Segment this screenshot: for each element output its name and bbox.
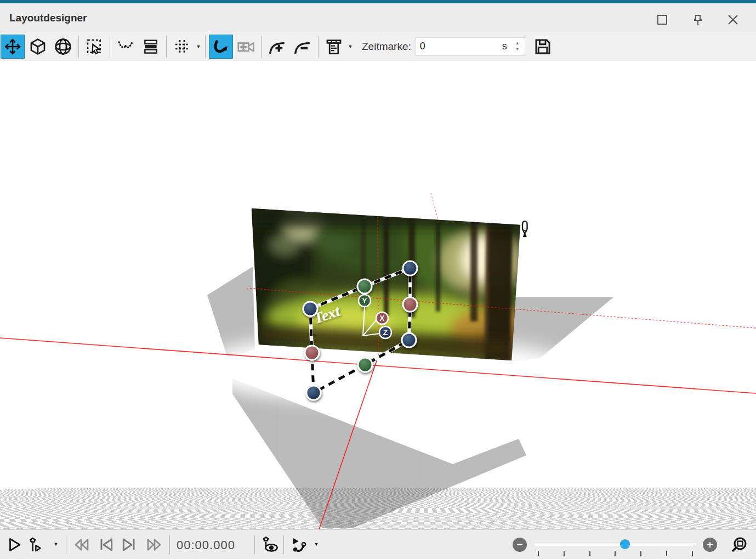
handle-top-mid[interactable] (357, 279, 372, 293)
zoom-out-button[interactable]: − (513, 538, 527, 552)
select-tool-button[interactable] (82, 35, 106, 59)
handle-right-mid[interactable] (403, 297, 417, 312)
motion-path-caret[interactable]: ▼ (312, 541, 320, 547)
transport-separator (169, 535, 170, 554)
keyframe-remove-icon (293, 37, 312, 56)
table-icon (325, 37, 343, 56)
remove-keyframe-button[interactable] (291, 35, 315, 59)
grid-button[interactable] (170, 35, 194, 59)
pin-icon (692, 14, 704, 26)
slider-tick (538, 551, 539, 556)
grid-dropdown-caret[interactable]: ▼ (195, 44, 202, 49)
motion-path-button[interactable] (288, 534, 310, 556)
cube-3d-icon (29, 38, 47, 55)
marker-eye-icon (262, 536, 279, 554)
camera-move-button[interactable] (234, 35, 258, 59)
toolbar-separator (318, 36, 319, 58)
handle-corner-bottom-left[interactable] (306, 386, 321, 400)
svg-text:Y: Y (362, 296, 367, 305)
gizmo-y-handle[interactable]: Y (359, 295, 371, 307)
grid-icon (173, 38, 191, 55)
magnifier-fit-icon (730, 536, 748, 554)
save-icon (533, 37, 552, 56)
layers-button[interactable] (139, 35, 163, 59)
slider-tick (589, 551, 590, 556)
slider-tick (692, 551, 693, 556)
spin-up-icon[interactable]: ▲ (515, 41, 520, 46)
skip-back-icon (72, 536, 90, 554)
main-toolbar: ▼ (0, 32, 756, 61)
play-button[interactable] (3, 534, 25, 556)
add-keyframe-button[interactable] (265, 35, 289, 59)
next-frame-button[interactable] (118, 534, 140, 556)
handle-bottom-mid[interactable] (358, 358, 372, 372)
maximize-button[interactable] (655, 12, 670, 27)
s-curve-icon (212, 37, 230, 56)
toolbar-separator (166, 36, 167, 58)
cube-3d-button[interactable] (26, 35, 50, 59)
handle-corner-top-right[interactable] (403, 261, 417, 275)
keyframe-add-icon (268, 37, 287, 56)
skip-end-button[interactable] (144, 534, 166, 556)
svg-text:X: X (379, 314, 385, 323)
zoom-slider-thumb[interactable] (620, 539, 630, 549)
play-from-marker-icon (28, 537, 44, 553)
time-display: 00:00.000 (177, 538, 235, 552)
toolbar-separator (78, 36, 79, 58)
zeitmarke-unit: s (502, 41, 510, 52)
slider-tick (666, 551, 667, 556)
handle-left-mid[interactable] (305, 346, 319, 360)
transport-separator (254, 535, 255, 554)
save-button[interactable] (531, 35, 555, 59)
next-frame-icon (121, 536, 138, 554)
keyframe-table-button[interactable] (322, 35, 346, 59)
zoom-fit-button[interactable] (728, 534, 750, 556)
fast-forward-icon (146, 536, 163, 554)
gizmo-x-handle[interactable]: X (376, 312, 388, 324)
transport-separator (283, 535, 284, 554)
zeitmarke-field: s ▲ ▼ (416, 37, 525, 56)
table-dropdown-caret[interactable]: ▼ (346, 44, 354, 49)
move-icon (4, 38, 21, 55)
move-tool-button[interactable] (1, 35, 25, 59)
play-options-caret[interactable]: ▼ (52, 541, 60, 547)
handle-corner-bottom-right[interactable] (402, 333, 416, 347)
show-at-marker-button[interactable] (259, 534, 281, 556)
transport-separator (66, 535, 66, 554)
toolbar-separator (205, 36, 206, 58)
gizmo-z-handle[interactable]: Z (379, 326, 391, 338)
slider-tick (640, 551, 641, 556)
curve-points-button[interactable] (113, 35, 138, 59)
toolbar-separator (110, 36, 110, 58)
play-icon (6, 537, 22, 553)
titlebar: Layoutdesigner (0, 0, 756, 32)
select-rect-icon (86, 38, 103, 55)
zoom-slider-track[interactable] (533, 542, 697, 546)
motion-path-icon (291, 536, 308, 554)
globe-button[interactable] (51, 35, 75, 59)
play-from-marker-button[interactable] (25, 534, 47, 556)
zeitmarke-spinner[interactable]: ▲ ▼ (510, 38, 525, 55)
curve-points-icon (117, 38, 134, 55)
svg-text:Z: Z (383, 328, 388, 337)
scene-overlay: Y X Z Text (0, 61, 756, 529)
slider-tick (615, 551, 616, 556)
spin-down-icon[interactable]: ▼ (515, 47, 520, 52)
pin-button[interactable] (690, 12, 706, 27)
maximize-icon (657, 14, 668, 25)
close-icon (727, 14, 739, 26)
layout-3d-viewport[interactable]: Y X Z Text (0, 61, 756, 529)
layoutdesigner-window: Layoutdesigner (0, 0, 756, 559)
close-button[interactable] (725, 12, 741, 27)
window-title: Layoutdesigner (9, 12, 87, 24)
zeitmarke-label: Zeitmarke: (362, 41, 411, 53)
skip-start-button[interactable] (70, 534, 92, 556)
zeitmarke-input[interactable] (416, 38, 502, 55)
toolbar-separator (262, 36, 262, 58)
prev-frame-icon (97, 536, 115, 554)
motion-curve-button[interactable] (209, 35, 233, 59)
prev-frame-button[interactable] (95, 534, 117, 556)
layers-icon (142, 38, 160, 55)
zoom-in-button[interactable]: + (703, 538, 717, 552)
transport-bar: ▼ 00:00.000 (0, 529, 756, 559)
